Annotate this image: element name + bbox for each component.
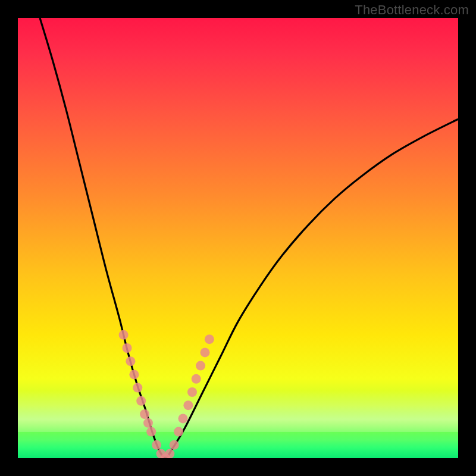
data-point [205,334,214,344]
plot-area [18,18,458,458]
data-point [174,427,183,437]
data-point [187,387,197,397]
data-point [201,347,210,357]
data-point [192,374,201,384]
data-point [152,440,161,450]
data-point [140,409,149,419]
outer-frame: TheBottleneck.com [0,0,476,476]
watermark-text: TheBottleneck.com [355,2,469,18]
marker-group [119,330,214,458]
data-point [143,418,153,428]
data-point [123,343,132,353]
bottleneck-curve [18,18,458,458]
data-point [183,400,193,410]
data-point [146,427,156,437]
data-point [119,330,129,340]
data-point [129,369,139,379]
data-point [165,449,174,458]
data-point [136,396,146,406]
data-point [170,440,179,450]
data-point [178,414,188,423]
data-point [196,361,205,371]
data-point [133,383,142,393]
data-point [126,356,135,366]
curve-path [40,18,458,458]
